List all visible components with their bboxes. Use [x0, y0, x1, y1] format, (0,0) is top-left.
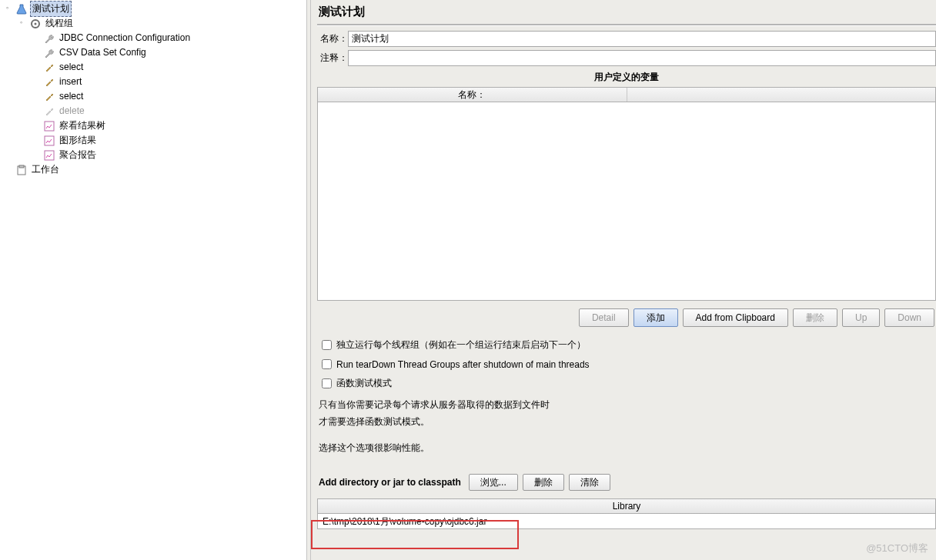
test-plan-tree: ◦ 测试计划 ◦ 线程组 JDBC Connection Configurati…	[0, 0, 306, 560]
svg-point-1	[35, 22, 37, 25]
dropper-icon	[43, 76, 55, 88]
tree-label: 工作台	[30, 162, 61, 177]
panel-title: 测试计划	[319, 5, 936, 19]
tree-node-select-2[interactable]: select	[2, 89, 306, 104]
library-path: E:\tmp\2018\1月\volume-copy\ojdbc6.jar	[323, 516, 486, 527]
comment-label: 注释：	[317, 52, 348, 65]
vars-table-header: 名称：	[317, 87, 936, 102]
serial-threadgroups-label: 独立运行每个线程组（例如在一个组运行结束后启动下一个）	[336, 338, 586, 352]
functional-mode-checkbox[interactable]	[322, 378, 332, 388]
tree-label: 线程组	[44, 16, 75, 31]
col-name: 名称：	[318, 88, 627, 102]
tree-node-workbench[interactable]: 工作台	[2, 162, 306, 177]
svg-rect-4	[45, 151, 54, 160]
tree-node-graph[interactable]: 图形结果	[2, 133, 306, 148]
name-label: 名称：	[317, 32, 348, 45]
tree-node-csv-config[interactable]: CSV Data Set Config	[2, 45, 306, 60]
name-input[interactable]	[348, 31, 936, 47]
tree-label: select	[58, 60, 85, 75]
dropper-icon	[43, 105, 55, 118]
chart-icon	[43, 135, 55, 147]
note-line-3: 选择这个选项很影响性能。	[319, 440, 936, 455]
svg-rect-3	[45, 136, 54, 145]
wrench-icon	[43, 47, 55, 59]
expand-handle-icon[interactable]: ◦	[4, 5, 11, 12]
add-button[interactable]: 添加	[633, 308, 678, 327]
comment-input[interactable]	[348, 50, 936, 66]
tree-label: 图形结果	[58, 133, 98, 148]
tree-label: CSV Data Set Config	[58, 45, 148, 60]
wrench-icon	[43, 32, 55, 45]
delete-button[interactable]: 删除	[793, 308, 837, 327]
flask-icon	[15, 3, 28, 15]
tree-node-thread-group[interactable]: ◦ 线程组	[2, 16, 306, 31]
watermark: @51CTO博客	[866, 542, 928, 555]
clear-button[interactable]: 清除	[569, 474, 610, 491]
user-vars-title: 用户定义的变量	[317, 71, 936, 84]
tree-node-aggregate[interactable]: 聚合报告	[2, 148, 306, 162]
tree-node-delete[interactable]: delete	[2, 104, 306, 118]
serial-threadgroups-checkbox[interactable]	[322, 340, 332, 350]
tree-node-root[interactable]: ◦ 测试计划	[2, 2, 306, 16]
tree-label: 察看结果树	[58, 118, 107, 133]
tree-label: insert	[58, 75, 83, 89]
tree-label: select	[58, 89, 85, 104]
up-button[interactable]: Up	[842, 308, 880, 327]
add-from-clipboard-button[interactable]: Add from Clipboard	[683, 308, 788, 327]
tree-node-view-results[interactable]: 察看结果树	[2, 118, 306, 133]
vars-table-body[interactable]	[317, 102, 936, 301]
vars-button-row: Detail 添加 Add from Clipboard 删除 Up Down	[317, 308, 934, 327]
svg-rect-6	[19, 165, 24, 168]
down-button[interactable]: Down	[884, 308, 934, 327]
divider-line	[317, 24, 936, 26]
expand-handle-icon[interactable]: ◦	[18, 20, 25, 27]
note-line-2: 才需要选择函数测试模式。	[319, 414, 936, 429]
classpath-delete-button[interactable]: 删除	[523, 474, 564, 491]
tree-node-jdbc-config[interactable]: JDBC Connection Configuration	[2, 31, 306, 45]
tree-node-insert[interactable]: insert	[2, 75, 306, 89]
detail-button[interactable]: Detail	[579, 308, 629, 327]
functional-mode-label: 函数测试模式	[336, 377, 392, 390]
library-row[interactable]: E:\tmp\2018\1月\volume-copy\ojdbc6.jar	[317, 514, 936, 529]
gear-icon	[29, 18, 42, 30]
note-line-1: 只有当你需要记录每个请求从服务器取得的数据到文件时	[319, 397, 936, 412]
chart-icon	[43, 149, 55, 162]
test-plan-panel: 测试计划 名称： 注释： 用户定义的变量 名称： Detail 添加 Add f…	[311, 0, 936, 560]
tree-node-select-1[interactable]: select	[2, 60, 306, 75]
dropper-icon	[43, 91, 55, 103]
clipboard-icon	[15, 164, 28, 176]
library-header: Library	[317, 498, 936, 514]
browse-button[interactable]: 浏览...	[469, 474, 518, 491]
tree-label: delete	[58, 104, 86, 118]
tree-label: JDBC Connection Configuration	[58, 31, 192, 45]
tree-label: 聚合报告	[58, 148, 98, 162]
tree-label-root: 测试计划	[30, 1, 72, 17]
svg-rect-2	[45, 122, 54, 131]
dropper-icon	[43, 62, 55, 74]
chart-icon	[43, 120, 55, 132]
classpath-label: Add directory or jar to classpath	[319, 477, 461, 488]
teardown-checkbox[interactable]	[322, 359, 332, 369]
col-value	[627, 88, 936, 102]
teardown-label: Run tearDown Thread Groups after shutdow…	[336, 359, 590, 370]
